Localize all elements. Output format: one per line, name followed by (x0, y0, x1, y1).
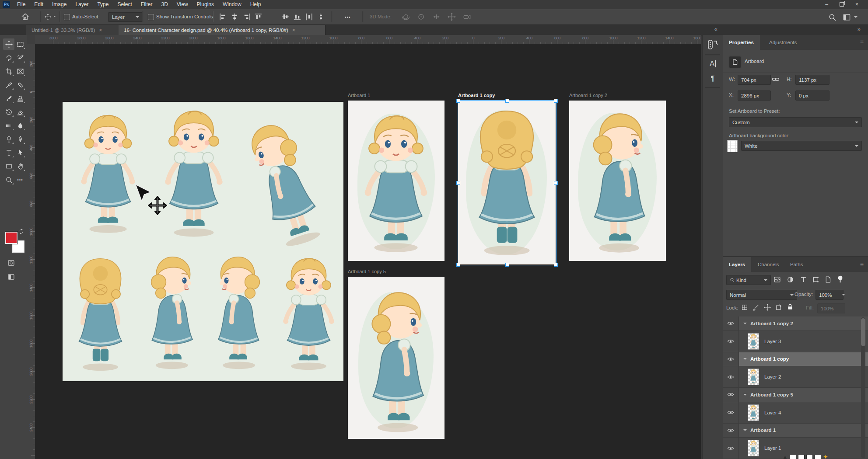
screen-mode-icon[interactable] (5, 271, 17, 282)
crop-tool[interactable] (3, 66, 14, 77)
ruler-origin-corner[interactable] (27, 35, 35, 44)
layer-row-artboard[interactable]: Artboard 1 copy 2 (723, 316, 868, 331)
vertical-ruler[interactable]: 2000200400600800100012001400160018002000… (27, 44, 35, 459)
tab-close-icon[interactable]: × (99, 27, 102, 33)
tab-close-icon[interactable]: × (292, 27, 295, 33)
artboard-label[interactable]: Artboard 1 (348, 93, 370, 98)
lock-artboard-icon[interactable] (775, 304, 782, 313)
layer-row-artboard[interactable]: Artboard 1 copy 5 (723, 388, 868, 402)
collapse-dock-icon[interactable]: « (714, 26, 717, 32)
menu-image[interactable]: Image (48, 0, 71, 9)
restore-button[interactable] (840, 2, 844, 7)
auto-select-checkbox[interactable] (64, 14, 70, 20)
panel-menu-icon[interactable]: ≡ (860, 38, 864, 45)
type-tool[interactable] (3, 147, 14, 158)
quick-selection-tool[interactable] (14, 52, 26, 63)
menu-type[interactable]: Type (93, 0, 113, 9)
distribute-vertical-icon[interactable] (317, 13, 325, 21)
workspace-dropdown-icon[interactable] (854, 16, 858, 18)
tab-paths[interactable]: Paths (784, 257, 809, 272)
menu-3d[interactable]: 3D (157, 0, 172, 9)
move-tool[interactable] (3, 38, 14, 50)
layer-row[interactable]: Layer 3 (723, 331, 868, 352)
document-tab-untitled[interactable]: Untitled-1 @ 33.3% (RGB/8)× (26, 25, 129, 35)
menu-select[interactable]: Select (113, 0, 136, 9)
align-vertical-centers-icon[interactable] (281, 13, 290, 21)
swap-colors-icon[interactable] (18, 228, 24, 236)
chevron-down-icon[interactable] (743, 323, 747, 324)
minimize-button[interactable]: – (825, 1, 828, 7)
clone-stamp-tool[interactable] (14, 93, 26, 104)
visibility-toggle[interactable] (723, 366, 739, 387)
foreground-color-swatch[interactable] (5, 232, 18, 244)
menu-view[interactable]: View (172, 0, 192, 9)
filter-shape-layers-icon[interactable] (812, 276, 819, 285)
edit-toolbar-icon[interactable]: ••• (14, 174, 26, 185)
filter-adjustment-layers-icon[interactable] (787, 276, 794, 285)
filter-pixel-layers-icon[interactable] (774, 276, 781, 285)
path-selection-tool[interactable] (14, 147, 26, 158)
artboard-bg-swatch[interactable] (727, 140, 738, 152)
preset-dropdown[interactable]: Custom (729, 117, 862, 127)
y-field[interactable]: 0 px (795, 90, 830, 101)
opacity-field[interactable]: 100% (816, 290, 844, 300)
collapse-panels-icon[interactable]: » (858, 26, 860, 32)
layer-thumbnail[interactable] (748, 440, 759, 456)
menu-plugins[interactable]: Plugins (192, 0, 218, 9)
tab-properties[interactable]: Properties (723, 35, 760, 50)
more-options-icon[interactable]: ••• (345, 15, 351, 20)
canvas-area[interactable]: Artboard 1 Artboard 1 copy Artboard 1 co… (35, 44, 701, 459)
x-field[interactable]: 2896 px (738, 90, 771, 101)
layer-thumbnail[interactable] (748, 333, 759, 350)
search-icon[interactable] (828, 13, 836, 21)
show-transform-controls-checkbox[interactable] (148, 14, 154, 20)
paragraph-panel-icon[interactable]: ¶ (706, 73, 719, 85)
lock-all-icon[interactable] (787, 303, 794, 313)
tool-preset-dropdown-icon[interactable] (53, 16, 56, 17)
character-panel-icon[interactable]: A (706, 58, 719, 70)
menu-window[interactable]: Window (218, 0, 246, 9)
width-field[interactable]: 704 px (738, 75, 771, 85)
eyedropper-tool[interactable] (3, 79, 14, 90)
rectangular-marquee-tool[interactable] (14, 38, 26, 50)
document-tab-active[interactable]: 16- Consistent Character design.psd @ 40… (119, 25, 326, 35)
artboard-label[interactable]: Artboard 1 copy 5 (348, 269, 386, 274)
align-left-edges-icon[interactable] (219, 13, 227, 21)
align-bottom-edges-icon[interactable] (293, 13, 301, 21)
chevron-down-icon[interactable] (743, 429, 747, 431)
layer-filter-kind-dropdown[interactable]: Kind (726, 275, 771, 285)
home-icon[interactable] (21, 13, 29, 21)
panel-menu-icon[interactable]: ≡ (860, 261, 864, 268)
menu-edit[interactable]: Edit (30, 0, 48, 9)
height-field[interactable]: 1137 px (795, 75, 830, 85)
menu-file[interactable]: File (13, 0, 30, 9)
lock-image-pixels-icon[interactable] (752, 304, 760, 313)
visibility-toggle[interactable] (723, 388, 739, 402)
tab-adjustments[interactable]: Adjustments (763, 35, 803, 50)
artboard-label[interactable]: Artboard 1 copy 2 (569, 93, 607, 98)
layer-row-artboard[interactable]: Artboard 1 copy (723, 352, 868, 367)
layer-row-artboard[interactable]: Artboard 1 (723, 424, 868, 438)
menu-help[interactable]: Help (246, 0, 266, 9)
dodge-tool[interactable] (3, 133, 14, 145)
quick-mask-icon[interactable] (5, 257, 17, 268)
visibility-toggle[interactable] (723, 438, 739, 459)
gradient-tool[interactable] (3, 120, 14, 131)
blend-mode-dropdown[interactable]: Normal (726, 290, 797, 300)
menu-layer[interactable]: Layer (71, 0, 93, 9)
eraser-tool[interactable] (14, 106, 26, 118)
filtering-toggle-icon[interactable] (836, 275, 844, 285)
visibility-toggle[interactable] (723, 316, 739, 330)
layer-row[interactable]: Layer 2 (723, 366, 868, 388)
pen-tool[interactable] (14, 133, 26, 145)
visibility-toggle[interactable] (723, 352, 739, 366)
align-horizontal-centers-icon[interactable] (231, 13, 239, 21)
layer-thumbnail[interactable] (748, 404, 759, 421)
brush-tool[interactable] (3, 93, 14, 104)
dock-panel-icon-1[interactable] (706, 38, 719, 51)
artboard-1-copy-2[interactable] (569, 101, 666, 261)
artboard-1-copy[interactable] (458, 101, 556, 264)
reference-art-image[interactable] (63, 102, 343, 381)
tab-channels[interactable]: Channels (752, 257, 785, 272)
artboard-1[interactable] (348, 101, 444, 261)
